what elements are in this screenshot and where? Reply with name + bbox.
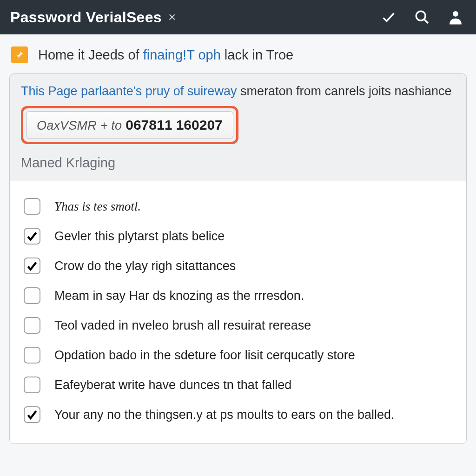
checkbox[interactable]	[24, 228, 40, 245]
checkbox[interactable]	[24, 287, 40, 304]
svg-point-2	[453, 11, 458, 17]
section-heading: Maned Krlaging	[21, 155, 455, 171]
list-item: Opdation bado in the sdeture foor lisit …	[22, 340, 454, 370]
checkbox[interactable]	[24, 347, 40, 364]
checkbox[interactable]	[24, 377, 40, 393]
list-item-label: Opdation bado in the sdeture foor lisit …	[54, 348, 355, 363]
list-item-label: Eafeyberat write have dunces tn that fal…	[54, 378, 291, 392]
list-item-label: Yhas is tes smotl.	[54, 199, 141, 214]
list-item: Your any no the thingsen.y at ps moults …	[22, 400, 454, 430]
list-item: Teol vaded in nveleo brush all resuirat …	[22, 311, 454, 340]
list-item: Crow do the ylay righ sitattances	[22, 251, 454, 281]
checkbox[interactable]	[24, 317, 40, 334]
checklist: Yhas is tes smotl.Gevler this plytarst p…	[10, 181, 466, 443]
list-item-label: Meam in say Har ds knozing as the rrresd…	[54, 289, 304, 303]
checkbox[interactable]	[24, 198, 40, 215]
card-description: This Page parlaante's pruy of suireway s…	[21, 83, 455, 99]
card-header: This Page parlaante's pruy of suireway s…	[10, 74, 466, 181]
app-header: Password VerialSees ×	[0, 0, 476, 34]
list-item: Eafeyberat write have dunces tn that fal…	[22, 370, 454, 400]
list-item: Meam in say Har ds knozing as the rrresd…	[22, 281, 454, 311]
list-item: Gevler this plytarst plats belice	[22, 221, 454, 251]
checkbox[interactable]	[24, 258, 40, 274]
close-icon[interactable]: ×	[168, 10, 176, 25]
description-link[interactable]: This Page parlaante's pruy of suireway	[21, 84, 237, 98]
list-item-label: Gevler this plytarst plats belice	[54, 229, 225, 244]
highlighted-code: OaxVSMR + to 067811 160207	[21, 106, 238, 144]
user-icon[interactable]	[445, 7, 466, 27]
pin-icon	[11, 46, 28, 63]
content-card: This Page parlaante's pruy of suireway s…	[9, 73, 467, 444]
svg-line-1	[424, 19, 428, 23]
svg-point-0	[416, 11, 425, 20]
code-value: 067811 160207	[126, 117, 223, 133]
checkbox[interactable]	[24, 406, 40, 423]
code-label: OaxVSMR + to	[37, 119, 122, 133]
breadcrumb-link[interactable]: finaing!T oph	[143, 47, 221, 62]
breadcrumb: Home it Jeeds of finaing!T oph lack in T…	[0, 34, 476, 73]
list-item-label: Your any no the thingsen.y at ps moults …	[54, 408, 394, 422]
breadcrumb-text: Home it Jeeds of finaing!T oph lack in T…	[38, 47, 293, 63]
list-item: Yhas is tes smotl.	[22, 192, 454, 221]
list-item-label: Crow do the ylay righ sitattances	[54, 259, 236, 273]
search-icon[interactable]	[412, 7, 432, 27]
page-title: Password VerialSees	[10, 9, 162, 26]
list-item-label: Teol vaded in nveleo brush all resuirat …	[54, 318, 311, 333]
confirm-icon[interactable]	[378, 7, 399, 27]
code-input[interactable]: OaxVSMR + to 067811 160207	[26, 111, 233, 139]
